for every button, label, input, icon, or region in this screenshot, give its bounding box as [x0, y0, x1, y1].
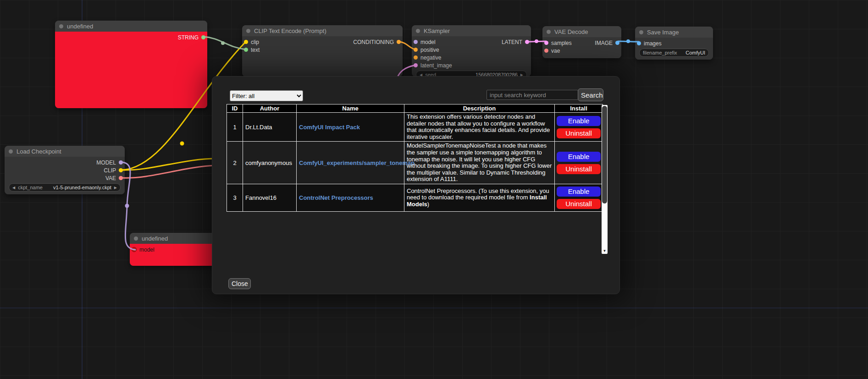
extension-manager-dialog: Filter: all Search ID Author Name Descri… — [212, 76, 620, 294]
node-undefined-bottom[interactable]: undefined model — [130, 233, 215, 266]
header-name: Name — [297, 104, 404, 113]
wire-vae — [122, 165, 216, 178]
extension-link[interactable]: ComfyUI_experiments/sampler_tonemap — [299, 159, 415, 166]
cell-description: ControlNet Preprocessors. (To use this e… — [404, 184, 555, 211]
decrement-arrow-icon[interactable]: ◀ — [12, 186, 15, 190]
wire-midpoint-dot — [626, 39, 630, 43]
node-header[interactable]: KSampler — [412, 25, 531, 36]
string-output-port[interactable] — [201, 35, 205, 39]
collapse-dot-icon[interactable] — [134, 236, 138, 241]
scroll-down-arrow-icon[interactable]: ▼ — [602, 248, 608, 254]
extension-table: ID Author Name Description Install 1 Dr.… — [227, 104, 603, 212]
filename-prefix-widget[interactable]: filename_prefix ComfyUI — [639, 49, 709, 57]
node-header[interactable]: undefined — [130, 233, 215, 244]
input-label: model — [420, 39, 436, 45]
images-input-port[interactable] — [637, 41, 641, 45]
wire-midpoint-dot — [180, 142, 184, 146]
text-input-port[interactable] — [244, 48, 248, 52]
node-title: CLIP Text Encode (Prompt) — [254, 27, 326, 34]
output-label: MODEL — [96, 159, 116, 166]
search-input[interactable] — [487, 90, 578, 100]
extension-link[interactable]: ControlNet Preprocessors — [299, 194, 373, 201]
widget-label: ckpt_name — [18, 185, 43, 190]
samples-input-port[interactable] — [544, 41, 548, 45]
node-save-image[interactable]: Save Image images filename_prefix ComfyU… — [635, 27, 713, 60]
table-header-row: ID Author Name Description Install — [227, 104, 603, 113]
positive-input-port[interactable] — [414, 48, 418, 52]
output-label: IMAGE — [595, 40, 613, 46]
node-body: STRING — [55, 32, 207, 108]
comfyui-canvas[interactable]: { "canvas": { "nodes": { "undefined_top"… — [0, 0, 868, 379]
node-header[interactable]: VAE Decode — [542, 26, 621, 37]
collapse-dot-icon[interactable] — [416, 29, 420, 33]
node-body: clip CONDITIONING text — [242, 36, 403, 77]
wire-midpoint-dot — [221, 41, 225, 45]
increment-arrow-icon[interactable]: ▶ — [114, 186, 117, 190]
canvas-axis-horizontal — [0, 308, 868, 308]
wire-clip-2 — [122, 159, 216, 170]
output-label: STRING — [178, 34, 199, 41]
uninstall-button[interactable]: Uninstall — [557, 199, 601, 209]
output-label: VAE — [105, 175, 116, 181]
uninstall-button[interactable]: Uninstall — [557, 128, 601, 138]
latent-image-input-port[interactable] — [414, 63, 418, 67]
node-header[interactable]: undefined — [55, 21, 207, 32]
header-install: Install — [555, 104, 603, 113]
scrollbar-thumb[interactable] — [602, 106, 607, 203]
cell-id: 2 — [227, 142, 243, 184]
model-input-port[interactable] — [414, 40, 418, 44]
wire-midpoint-dot — [125, 204, 129, 208]
widget-value: ComfyUI — [686, 50, 705, 55]
close-button[interactable]: Close — [228, 278, 251, 289]
model-output-port[interactable] — [119, 160, 123, 165]
cell-description: This extension offers various detector n… — [404, 113, 555, 142]
collapse-dot-icon[interactable] — [639, 30, 643, 34]
node-title: VAE Decode — [554, 28, 588, 35]
extension-link[interactable]: ComfyUI Impact Pack — [299, 124, 360, 131]
node-title: Save Image — [647, 29, 679, 36]
cell-author: comfyanonymous — [243, 142, 297, 184]
widget-value: v1-5-pruned-emaonly.ckpt — [53, 185, 111, 190]
node-body: model — [130, 244, 215, 266]
clip-output-port[interactable] — [119, 168, 123, 172]
cell-description: ModelSamplerTonemapNoiseTest a node that… — [404, 142, 555, 184]
latent-output-port[interactable] — [525, 40, 529, 44]
ckpt-name-widget[interactable]: ◀ ckpt_name v1-5-pruned-emaonly.ckpt ▶ — [9, 183, 121, 192]
node-title: Load Checkpoint — [17, 148, 61, 155]
vae-input-port[interactable] — [544, 49, 548, 53]
clip-input-port[interactable] — [244, 40, 248, 44]
cell-id: 1 — [227, 113, 243, 142]
node-load-checkpoint[interactable]: Load Checkpoint MODEL CLIP VAE ◀ ckpt_na… — [5, 146, 125, 194]
node-undefined-top[interactable]: undefined STRING — [55, 21, 207, 108]
input-label: latent_image — [420, 62, 452, 69]
conditioning-output-port[interactable] — [397, 40, 401, 44]
uninstall-button[interactable]: Uninstall — [557, 164, 601, 174]
input-label: vae — [551, 48, 560, 54]
cell-author: Dr.Lt.Data — [243, 113, 297, 142]
enable-button[interactable]: Enable — [557, 152, 601, 162]
input-label: clip — [251, 39, 259, 45]
node-ksampler[interactable]: KSampler model LATENT positive negative — [412, 25, 531, 77]
vae-output-port[interactable] — [119, 176, 123, 180]
filter-select[interactable]: Filter: all — [230, 90, 303, 101]
input-label: samples — [551, 40, 572, 46]
collapse-dot-icon[interactable] — [246, 29, 250, 33]
output-label: CLIP — [104, 167, 116, 174]
table-scrollbar[interactable]: ▼ — [602, 105, 608, 254]
collapse-dot-icon[interactable] — [9, 149, 13, 154]
collapse-dot-icon[interactable] — [547, 30, 551, 34]
model-input-port[interactable] — [132, 247, 137, 252]
node-header[interactable]: Load Checkpoint — [5, 146, 125, 157]
node-vae-decode[interactable]: VAE Decode samples IMAGE vae — [542, 26, 621, 58]
negative-input-port[interactable] — [414, 55, 418, 60]
node-header[interactable]: CLIP Text Encode (Prompt) — [242, 25, 403, 36]
node-header[interactable]: Save Image — [635, 27, 713, 38]
node-clip-text-encode[interactable]: CLIP Text Encode (Prompt) clip CONDITION… — [242, 25, 403, 77]
image-output-port[interactable] — [615, 41, 619, 45]
enable-button[interactable]: Enable — [557, 116, 601, 126]
search-button[interactable]: Search — [578, 88, 603, 101]
collapse-dot-icon[interactable] — [59, 24, 63, 28]
enable-button[interactable]: Enable — [557, 187, 601, 197]
node-body: samples IMAGE vae — [542, 37, 621, 58]
node-title: KSampler — [424, 27, 450, 34]
